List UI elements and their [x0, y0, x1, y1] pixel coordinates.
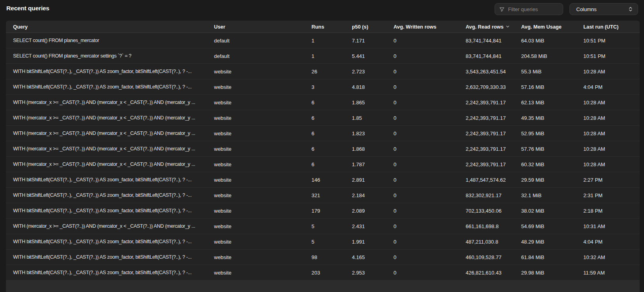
table-row[interactable]: WITH bitShiftLeft(CAST(?..), _CAST(?..))… — [6, 234, 640, 250]
sort-desc-chevron-icon — [506, 25, 510, 28]
table-row[interactable]: WITH bitShiftLeft(CAST(?..), _CAST(?..))… — [6, 265, 640, 280]
cell-mem: 32.1 MiB — [521, 192, 583, 198]
cell-p50: 4.165 — [352, 254, 394, 260]
cell-written_rows: 0 — [394, 270, 466, 276]
cell-read_rows: 83,741,744,841 — [466, 38, 521, 44]
cell-query: WITH bitShiftLeft(CAST(?..), _CAST(?..))… — [6, 270, 214, 275]
table-row[interactable]: WITH bitShiftLeft(CAST(?..), _CAST(?..))… — [6, 172, 640, 188]
cell-written_rows: 0 — [394, 84, 466, 90]
cell-written_rows: 0 — [394, 131, 466, 136]
table-row[interactable]: WITH bitShiftLeft(CAST(?..), _CAST(?..))… — [6, 188, 640, 203]
cell-query: WITH bitShiftLeft(CAST(?..), _CAST(?..))… — [6, 254, 214, 260]
cell-runs: 6 — [311, 161, 352, 167]
cell-query: WITH (mercator_x >= _CAST(?..)) AND (mer… — [6, 115, 214, 121]
cell-user: website — [214, 239, 311, 245]
cell-last_run: 10:28 AM — [583, 161, 640, 167]
column-header-mem[interactable]: Avg. Mem Usage — [521, 24, 583, 30]
column-header-last-run[interactable]: Last run (UTC) — [583, 24, 640, 30]
up-down-chevrons-icon — [628, 6, 633, 12]
cell-read_rows: 2,632,709,330.33 — [466, 84, 521, 90]
table-row[interactable]: WITH bitShiftLeft(CAST(?..), _CAST(?..))… — [6, 203, 640, 219]
cell-mem: 48.29 MiB — [521, 239, 583, 245]
cell-runs: 6 — [311, 115, 352, 121]
table-row[interactable]: WITH (mercator_x >= _CAST(?..)) AND (mer… — [6, 95, 640, 110]
cell-read_rows: 460,109,528.77 — [466, 254, 521, 260]
table-row[interactable]: WITH (mercator_x >= _CAST(?..)) AND (mer… — [6, 110, 640, 126]
table-body: SELECT count() FROM planes_mercatordefau… — [6, 33, 640, 280]
cell-runs: 6 — [311, 131, 352, 136]
table-row[interactable]: WITH bitShiftLeft(CAST(?..), _CAST(?..))… — [6, 64, 640, 79]
filter-queries-box[interactable] — [495, 3, 563, 15]
cell-p50: 2.184 — [352, 192, 394, 198]
cell-read_rows: 702,133,450.06 — [466, 208, 521, 214]
cell-mem: 38.02 MiB — [521, 208, 583, 214]
cell-read_rows: 2,242,393,791.17 — [466, 161, 521, 167]
cell-p50: 2.089 — [352, 208, 394, 214]
topbar: Recent queries Columns — [0, 0, 644, 21]
table-row[interactable]: WITH bitShiftLeft(CAST(?..), _CAST(?..))… — [6, 79, 640, 95]
cell-query: WITH (mercator_x >= _CAST(?..)) AND (mer… — [6, 131, 214, 136]
cell-mem: 57.76 MiB — [521, 146, 583, 152]
cell-p50: 1.85 — [352, 115, 394, 121]
cell-p50: 1.868 — [352, 146, 394, 152]
cell-last_run: 11:59 AM — [583, 270, 640, 276]
cell-last_run: 10:31 AM — [583, 223, 640, 229]
column-header-runs[interactable]: Runs — [311, 24, 352, 30]
cell-read_rows: 2,242,393,791.17 — [466, 100, 521, 106]
cell-user: website — [214, 146, 311, 152]
cell-query: WITH bitShiftLeft(CAST(?..), _CAST(?..))… — [6, 69, 214, 74]
cell-written_rows: 0 — [394, 254, 466, 260]
column-header-query[interactable]: Query — [6, 24, 214, 30]
cell-written_rows: 0 — [394, 100, 466, 106]
cell-runs: 26 — [311, 69, 352, 75]
filter-queries-input[interactable] — [508, 6, 559, 12]
cell-read_rows: 832,302,921.17 — [466, 192, 521, 198]
column-header-read-rows[interactable]: Avg. Read rows — [466, 24, 521, 30]
cell-user: default — [214, 53, 311, 59]
cell-read_rows: 426,821,610.43 — [466, 270, 521, 276]
cell-read_rows: 2,242,393,791.17 — [466, 115, 521, 121]
cell-runs: 321 — [311, 192, 352, 198]
cell-runs: 1 — [311, 53, 352, 59]
cell-p50: 5.441 — [352, 53, 394, 59]
cell-written_rows: 0 — [394, 38, 466, 44]
cell-user: website — [214, 208, 311, 214]
cell-runs: 1 — [311, 38, 352, 44]
table-row[interactable]: SELECT count() FROM planes_mercator sett… — [6, 48, 640, 64]
cell-last_run: 10:28 AM — [583, 131, 640, 136]
cell-last_run: 10:28 AM — [583, 115, 640, 121]
cell-mem: 29.59 MiB — [521, 177, 583, 183]
cell-query: WITH bitShiftLeft(CAST(?..), _CAST(?..))… — [6, 239, 214, 244]
cell-user: website — [214, 131, 311, 136]
cell-mem: 49.35 MiB — [521, 115, 583, 121]
cell-last_run: 10:51 PM — [583, 38, 640, 44]
table-row-partial[interactable] — [6, 280, 640, 292]
cell-p50: 4.818 — [352, 84, 394, 90]
columns-select[interactable]: Columns — [569, 3, 638, 15]
cell-runs: 6 — [311, 146, 352, 152]
column-header-p50[interactable]: p50 (s) — [352, 24, 394, 30]
table-row[interactable]: WITH (mercator_x >= _CAST(?..)) AND (mer… — [6, 157, 640, 172]
table-row[interactable]: WITH (mercator_x >= _CAST(?..)) AND (mer… — [6, 141, 640, 157]
cell-last_run: 10:28 AM — [583, 100, 640, 106]
cell-mem: 29.98 MiB — [521, 270, 583, 276]
cell-read_rows: 2,242,393,791.17 — [466, 146, 521, 152]
table-row[interactable]: SELECT count() FROM planes_mercatordefau… — [6, 33, 640, 48]
cell-p50: 1.787 — [352, 161, 394, 167]
column-header-written-rows[interactable]: Avg. Written rows — [394, 24, 466, 30]
table-row[interactable]: WITH (mercator_x >= _CAST(?..)) AND (mer… — [6, 126, 640, 141]
cell-user: website — [214, 223, 311, 229]
cell-runs: 3 — [311, 84, 352, 90]
cell-written_rows: 0 — [394, 239, 466, 245]
recent-queries-table: Query User Runs p50 (s) Avg. Written row… — [6, 21, 640, 280]
table-row[interactable]: WITH (mercator_x >= _CAST(?..)) AND (mer… — [6, 219, 640, 234]
cell-p50: 1.991 — [352, 239, 394, 245]
table-row[interactable]: WITH bitShiftLeft(CAST(?..), _CAST(?..))… — [6, 250, 640, 265]
cell-written_rows: 0 — [394, 115, 466, 121]
cell-user: website — [214, 270, 311, 276]
cell-mem: 204.58 MiB — [521, 53, 583, 59]
column-header-user[interactable]: User — [214, 24, 311, 30]
cell-last_run: 4:04 PM — [583, 84, 640, 90]
cell-mem: 55.3 MiB — [521, 69, 583, 75]
cell-written_rows: 0 — [394, 146, 466, 152]
